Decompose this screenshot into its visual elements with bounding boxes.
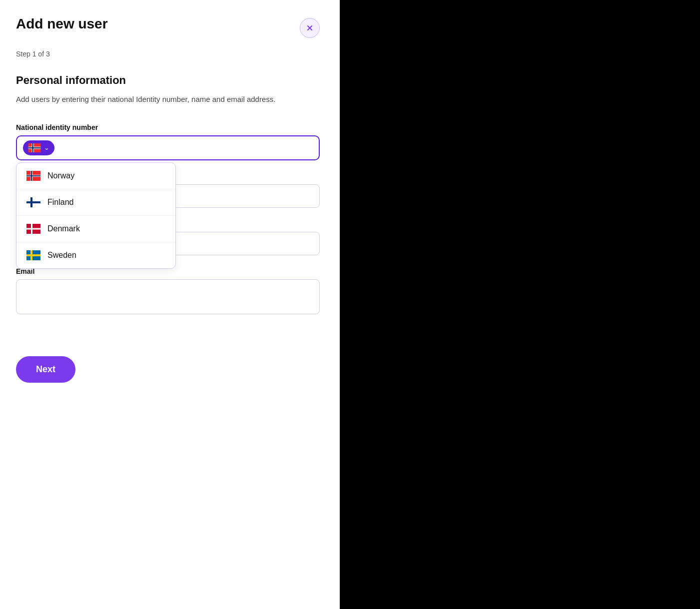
svg-rect-12 <box>26 201 40 203</box>
svg-rect-15 <box>26 228 40 229</box>
panel-header: Add new user <box>16 16 320 38</box>
dropdown-item-denmark[interactable]: Denmark <box>16 216 175 242</box>
section-title: Personal information <box>16 74 320 87</box>
country-dropdown: Norway Finland Denmark <box>16 162 176 269</box>
national-id-label: National identity number <box>16 123 320 131</box>
country-selector-button[interactable]: ⌄ <box>23 140 54 155</box>
sweden-flag-icon <box>26 250 40 260</box>
right-panel <box>340 0 700 609</box>
dropdown-item-finland[interactable]: Finland <box>16 189 175 216</box>
chevron-up-icon: ⌄ <box>44 144 49 151</box>
email-input[interactable] <box>16 279 320 314</box>
national-id-input-row: ⌄ <box>16 135 320 160</box>
denmark-flag-icon <box>26 224 40 234</box>
svg-rect-18 <box>26 254 40 256</box>
dropdown-item-label: Sweden <box>47 251 76 260</box>
norway-flag-icon <box>26 171 40 181</box>
national-id-input[interactable] <box>58 143 313 152</box>
next-button[interactable]: Next <box>16 356 75 383</box>
dropdown-item-sweden[interactable]: Sweden <box>16 242 175 268</box>
step-indicator: Step 1 of 3 <box>16 50 320 58</box>
add-user-panel: Add new user Step 1 of 3 Personal inform… <box>0 0 340 609</box>
finland-flag-icon <box>26 197 40 207</box>
close-button[interactable] <box>300 18 320 38</box>
dropdown-item-norway[interactable]: Norway <box>16 163 175 189</box>
national-id-field-group: National identity number ⌄ <box>16 123 320 160</box>
norway-flag-icon <box>28 143 41 152</box>
dropdown-item-label: Norway <box>47 171 74 180</box>
section-description: Add users by entering their national Ide… <box>16 94 320 105</box>
dropdown-item-label: Finland <box>47 198 73 207</box>
email-field-group: Email <box>16 267 320 314</box>
dropdown-item-label: Denmark <box>47 224 80 233</box>
svg-rect-9 <box>26 175 40 176</box>
svg-rect-4 <box>28 147 41 148</box>
close-icon <box>306 24 314 32</box>
page-title: Add new user <box>16 16 108 32</box>
